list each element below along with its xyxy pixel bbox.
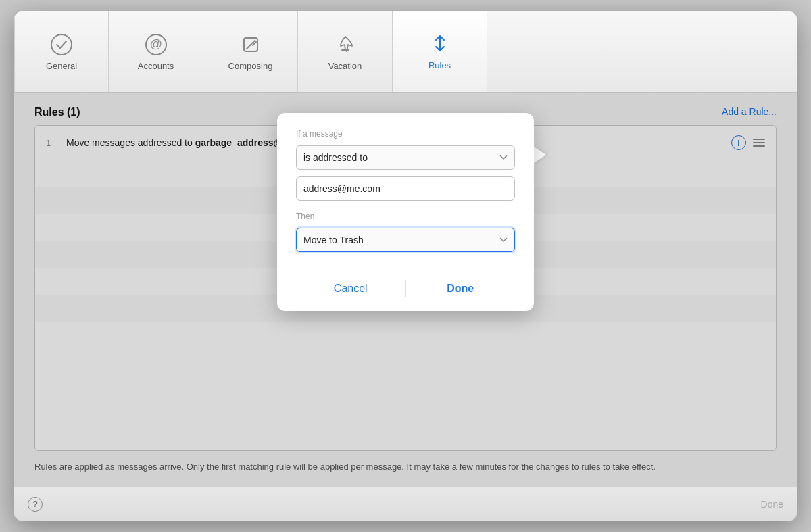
arrows-icon [428,32,452,56]
svg-point-0 [51,34,72,55]
help-icon[interactable]: ? [28,497,43,512]
tab-general-label: General [46,61,77,71]
tab-composing-label: Composing [228,61,273,71]
bottom-bar: ? Done [14,487,797,521]
modal-overlay: If a message is addressed to is not addr… [14,93,797,487]
then-label: Then [296,212,515,221]
checkmark-circle-icon [49,32,74,57]
tab-rules-label: Rules [428,60,451,70]
action-select[interactable]: Move to Trash Move to Folder Mark as Rea… [296,228,515,252]
at-symbol-icon: @ [144,32,168,57]
content-area: Rules (1) 1 Move messages addressed to g… [14,93,797,487]
cancel-button[interactable]: Cancel [296,280,406,297]
tab-vacation[interactable]: Vacation [298,11,393,92]
svg-line-4 [247,44,251,49]
preferences-window: General @ Accounts Composing [14,11,797,521]
tab-general[interactable]: General [14,11,109,92]
if-message-label: If a message [296,129,515,139]
edit-square-icon [239,32,263,57]
tab-vacation-label: Vacation [328,61,362,71]
tab-composing[interactable]: Composing [203,11,298,92]
tab-accounts-label: Accounts [138,61,174,71]
bottom-done-button: Done [761,499,783,510]
modal-buttons: Cancel Done [296,270,515,297]
modal-wrapper: If a message is addressed to is not addr… [277,106,534,304]
tab-accounts[interactable]: @ Accounts [109,11,203,92]
rule-edit-modal: If a message is addressed to is not addr… [277,113,534,311]
airplane-icon [333,32,358,57]
tab-rules[interactable]: Rules [393,11,487,92]
svg-text:@: @ [149,37,162,51]
condition-select[interactable]: is addressed to is not addressed to subj… [296,145,515,170]
toolbar: General @ Accounts Composing [14,11,797,93]
done-button[interactable]: Done [406,280,516,297]
address-input[interactable] [296,176,515,201]
